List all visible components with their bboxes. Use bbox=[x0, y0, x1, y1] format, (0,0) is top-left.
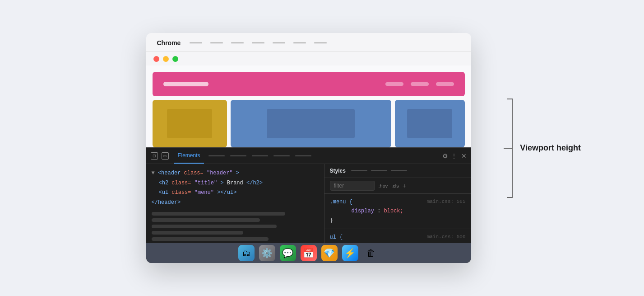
menu-dash-1 bbox=[190, 42, 202, 43]
site-nav-item-2 bbox=[411, 82, 429, 86]
styles-title: Styles bbox=[330, 168, 346, 174]
tab-dash-5 bbox=[295, 155, 311, 156]
styles-panel: Styles :hov .cls + bbox=[324, 164, 471, 243]
site-card-blue-2 bbox=[395, 100, 465, 147]
bracket-mid-line bbox=[504, 148, 513, 149]
html-line-1: ▼ <header class= "header" > bbox=[152, 169, 319, 179]
dock-calendar-icon[interactable]: 📅 bbox=[301, 245, 317, 261]
placeholder-line-5 bbox=[152, 237, 269, 241]
menu-dash-6 bbox=[293, 42, 306, 43]
styles-header-dash-3 bbox=[391, 170, 407, 171]
css-selector-ul: ul { bbox=[330, 233, 343, 242]
css-rule-ul-header: ul { main.css: 500 bbox=[330, 233, 466, 242]
elements-panel: ▼ <header class= "header" > <h2 class= "… bbox=[146, 164, 324, 243]
tab-elements[interactable]: Elements bbox=[174, 148, 204, 164]
css-rule-menu: .menu { main.css: 565 display : block; } bbox=[324, 194, 471, 229]
menu-dash-3 bbox=[231, 42, 244, 43]
bracket-icon bbox=[504, 99, 513, 198]
site-card-blue-main bbox=[231, 100, 391, 147]
more-options-icon[interactable]: ⋮ bbox=[451, 152, 458, 160]
site-card-blue-inner bbox=[267, 109, 355, 138]
devtools-pointer-icon[interactable]: ⊡ bbox=[151, 152, 158, 160]
site-nav bbox=[385, 82, 454, 86]
html-line-2: <h2 class= "title" > Brand </h2> bbox=[152, 179, 319, 188]
scene: Chrome bbox=[0, 0, 644, 296]
site-card-blue2-inner bbox=[407, 109, 452, 138]
dock: 🗂 ⚙️ 💬 📅 💎 ⚡ 🗑 bbox=[146, 243, 471, 263]
viewport-annotation: Viewport height bbox=[504, 99, 581, 198]
maximize-button[interactable] bbox=[172, 56, 178, 62]
css-declaration-1: display : block; bbox=[330, 207, 466, 216]
css-selector-menu: .menu { bbox=[330, 197, 352, 207]
css-close-1: } bbox=[330, 216, 466, 225]
menu-items bbox=[190, 42, 327, 43]
minimize-button[interactable] bbox=[163, 56, 169, 62]
site-card-yellow-inner bbox=[167, 109, 212, 138]
devtools-body: ▼ <header class= "header" > <h2 class= "… bbox=[146, 164, 471, 243]
html-line-4: </header> bbox=[152, 198, 319, 208]
dock-finder-icon[interactable]: 🗂 bbox=[238, 245, 255, 261]
filter-bar: :hov .cls + bbox=[324, 178, 471, 194]
styles-header-dash-2 bbox=[371, 170, 387, 171]
browser-window: Chrome bbox=[146, 33, 471, 263]
css-rule-menu-header: .menu { main.css: 565 bbox=[330, 197, 466, 207]
filter-input[interactable] bbox=[330, 181, 375, 191]
dock-settings-icon[interactable]: ⚙️ bbox=[259, 245, 275, 261]
browser-content bbox=[146, 66, 471, 147]
site-nav-item-3 bbox=[436, 82, 454, 86]
menu-dash-7 bbox=[314, 42, 327, 43]
css-declaration-2a: list-style : none; bbox=[330, 242, 466, 243]
traffic-lights bbox=[146, 52, 471, 66]
styles-header-dash-1 bbox=[351, 170, 367, 171]
site-header bbox=[153, 72, 465, 96]
add-rule-button[interactable]: + bbox=[403, 182, 406, 189]
hov-button[interactable]: :hov bbox=[379, 183, 388, 188]
viewport-height-label: Viewport height bbox=[520, 143, 581, 153]
site-logo-placeholder bbox=[163, 82, 208, 86]
dock-messages-icon[interactable]: 💬 bbox=[280, 245, 296, 261]
css-source-2: main.css: 500 bbox=[427, 233, 466, 241]
devtools-panel: ⊡ ▭ Elements ⚙ ⋮ ✕ ▼ <header bbox=[146, 147, 471, 263]
site-nav-item-1 bbox=[385, 82, 403, 86]
placeholder-line-2 bbox=[152, 218, 260, 222]
menu-dash-2 bbox=[210, 42, 223, 43]
css-value-block: block; bbox=[384, 208, 403, 214]
placeholder-line-4 bbox=[152, 231, 244, 235]
title-bar: Chrome bbox=[146, 33, 471, 52]
tab-dash-1 bbox=[208, 155, 225, 156]
dock-sketch-icon[interactable]: 💎 bbox=[321, 245, 338, 261]
placeholder-line-1 bbox=[152, 212, 285, 216]
css-source-1: main.css: 565 bbox=[427, 197, 466, 206]
site-body bbox=[153, 100, 465, 147]
css-property-display: display bbox=[352, 208, 374, 214]
styles-header: Styles bbox=[324, 164, 471, 178]
tab-dash-4 bbox=[273, 155, 290, 156]
settings-icon[interactable]: ⚙ bbox=[442, 152, 448, 160]
devtools-close-icon[interactable]: ✕ bbox=[461, 152, 467, 160]
cls-button[interactable]: .cls bbox=[391, 183, 399, 188]
site-card-yellow bbox=[153, 100, 227, 147]
devtools-mobile-icon[interactable]: ▭ bbox=[162, 152, 169, 160]
tab-dash-3 bbox=[252, 155, 268, 156]
css-rule-ul: ul { main.css: 500 list-style : none; p bbox=[324, 229, 471, 243]
html-line-3: <ul class= "menu" ></ul> bbox=[152, 188, 319, 198]
menu-dash-4 bbox=[252, 42, 264, 43]
menu-dash-5 bbox=[273, 42, 285, 43]
app-name: Chrome bbox=[157, 39, 181, 47]
tab-dash-2 bbox=[230, 155, 246, 156]
placeholder-line-3 bbox=[152, 225, 277, 228]
devtools-tabs: ⊡ ▭ Elements ⚙ ⋮ ✕ bbox=[146, 148, 471, 164]
dock-quick-icon[interactable]: ⚡ bbox=[342, 245, 358, 261]
close-button[interactable] bbox=[153, 56, 159, 62]
dock-trash-icon[interactable]: 🗑 bbox=[363, 245, 379, 261]
